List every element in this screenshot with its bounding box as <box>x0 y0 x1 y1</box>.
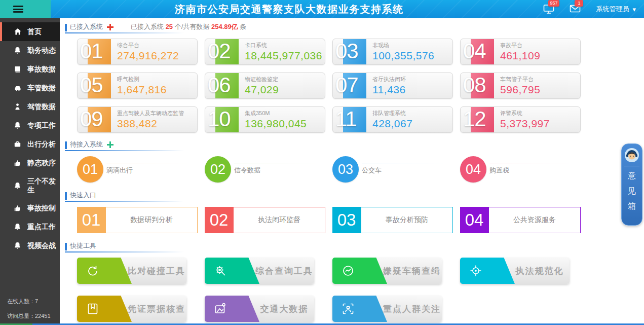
person-scan-icon <box>342 302 355 315</box>
pending-label: 购置税 <box>489 166 579 175</box>
pending-item-signaling[interactable]: 02 信令数据 <box>205 156 325 183</box>
system-card-01[interactable]: 01 综合平台 274,916,272 <box>77 39 198 65</box>
bell-icon <box>14 182 22 190</box>
system-card-05[interactable]: 05 呼气检测 1,647,816 <box>77 73 198 99</box>
sidebar-item-driver-data[interactable]: 驾管数据 <box>0 97 60 116</box>
sidebar-item-label: 首页 <box>27 27 42 36</box>
pending-item-didi[interactable]: 01 滴滴出行 <box>77 156 198 183</box>
quick-entry-data-analysis[interactable]: 01 数据研判分析 <box>77 207 198 233</box>
sidebar-item-three-no[interactable]: 三个不发生 <box>0 172 60 199</box>
sidebar-item-vehicle-data[interactable]: 车管数据 <box>0 79 60 97</box>
quick-entry-row: 01 数据研判分析 02 执法闭环监督 03 事故分析预防 04 公共资源服务 <box>77 207 644 233</box>
sidebar-item-special-work[interactable]: 专项工作 <box>0 116 60 135</box>
monitor-icon[interactable]: 957 <box>543 4 554 14</box>
sidebar-item-home[interactable]: 首页 <box>0 22 60 41</box>
pending-item-bus[interactable]: 03 公交车 <box>332 156 453 183</box>
book-icon <box>14 65 22 73</box>
system-name: 卡口系统 <box>245 42 323 49</box>
bell-icon <box>14 47 22 54</box>
bell-icon <box>14 223 22 231</box>
quick-entry-accident-prevention[interactable]: 03 事故分析预防 <box>332 207 453 233</box>
sidebar-item-label: 静态秩序 <box>27 159 56 167</box>
receipt-icon <box>86 302 99 315</box>
sidebar-item-label: 勤务动态 <box>27 46 56 55</box>
topbar: 济南市公安局交通警察支队大数据业务支持系统 957 1 系统管理员 ▾ <box>0 0 644 18</box>
system-card-06[interactable]: 06 物证检验鉴定 47,029 <box>205 73 325 99</box>
total-data-count: 254.89亿 <box>211 23 238 30</box>
quick-entry-label: 执法闭环监督 <box>233 207 325 233</box>
tool-suspect-vehicle[interactable]: 嫌疑车辆查缉 <box>332 258 442 284</box>
system-name: 事故平台 <box>500 42 578 49</box>
plus-icon[interactable] <box>107 24 113 30</box>
system-name: 呼气检测 <box>117 76 195 83</box>
tool-key-people[interactable]: 重点人群关注 <box>332 296 442 322</box>
system-name: 物证检验鉴定 <box>245 76 323 83</box>
connected-systems-grid: 01 综合平台 274,916,272 02 卡口系统 18,445,977,0… <box>77 39 644 133</box>
system-card-09[interactable]: 09 重点驾驶人及车辆动态监管 388,482 <box>77 106 198 133</box>
feedback-box-button[interactable]: 意 见 箱 <box>621 143 642 226</box>
quick-entry-label: 事故分析预防 <box>361 207 453 233</box>
pending-label: 信令数据 <box>234 166 323 175</box>
hamburger-menu-icon[interactable] <box>13 6 23 13</box>
section-header-connected: 已接入系统 <box>65 22 113 31</box>
quick-entry-public-resources[interactable]: 04 公共资源服务 <box>460 207 581 233</box>
feedback-label-char: 意 <box>628 168 636 184</box>
sidebar-item-video-campaign[interactable]: 视频会战 <box>0 236 60 255</box>
tool-compare-collision[interactable]: 比对碰撞工具 <box>77 258 186 284</box>
thumbs-up-icon <box>14 204 22 212</box>
avatar <box>624 148 639 163</box>
mail-icon[interactable]: 1 <box>570 4 581 14</box>
pending-item-purchase-tax[interactable]: 04 购置税 <box>460 156 581 183</box>
sidebar-item-accident-data[interactable]: 事故数据 <box>0 60 60 79</box>
system-value: 461,109 <box>500 50 578 62</box>
system-value: 428,067 <box>372 118 450 130</box>
section-header-quick-entry: 快速入口 <box>65 191 96 200</box>
pending-label: 公交车 <box>362 166 451 175</box>
system-name: 排队管理系统 <box>372 110 450 117</box>
person-icon <box>14 103 22 111</box>
caret-down-icon: ▾ <box>632 6 636 13</box>
system-card-02[interactable]: 02 卡口系统 18,445,977,036 <box>205 39 325 65</box>
system-card-11[interactable]: 11 排队管理系统 428,067 <box>332 106 453 133</box>
sidebar-item-accident-control[interactable]: 事故控制 <box>0 199 60 218</box>
user-menu[interactable]: 系统管理员 ▾ <box>596 5 636 14</box>
pending-systems-row: 01 滴滴出行 02 信令数据 03 公交车 04 购置税 <box>77 156 644 183</box>
tool-traffic-big-data[interactable]: 交通大数据 <box>205 296 314 322</box>
system-value: 274,916,272 <box>117 50 195 62</box>
sidebar-item-label: 出行分析 <box>27 140 56 149</box>
quick-entry-label: 公共资源服务 <box>488 207 581 233</box>
monitor-badge: 957 <box>548 0 559 7</box>
quick-entry-label: 数据研判分析 <box>105 207 198 233</box>
sidebar-item-label: 车管数据 <box>27 84 56 92</box>
quick-entry-enforcement-loop[interactable]: 02 执法闭环监督 <box>205 207 325 233</box>
pending-label: 滴滴出行 <box>106 166 196 175</box>
sidebar-item-key-work[interactable]: 重点工作 <box>0 218 60 236</box>
system-value: 47,029 <box>245 84 323 96</box>
topbar-main: 济南市公安局交通警察支队大数据业务支持系统 957 1 系统管理员 ▾ <box>51 0 644 18</box>
section-title: 已接入系统 <box>70 22 103 31</box>
system-card-08[interactable]: 08 车驾管子平台 596,795 <box>460 73 581 99</box>
online-count: 在线人数：7 <box>7 298 51 305</box>
system-card-03[interactable]: 03 非现场 100,355,576 <box>332 39 453 65</box>
sidebar-item-static-order[interactable]: 静态秩序 <box>0 154 60 172</box>
tool-voucher-check[interactable]: 凭证票据核查 <box>77 296 186 322</box>
sidebar-item-label: 重点工作 <box>27 223 56 231</box>
sidebar-item-label: 事故控制 <box>27 204 56 212</box>
tool-enforcement-standard[interactable]: 执法规范化 <box>460 258 570 284</box>
plus-icon[interactable] <box>107 141 113 148</box>
bell-icon <box>14 242 22 249</box>
topbar-teal-block <box>0 0 51 18</box>
system-card-12[interactable]: 12 评警系统 5,373,997 <box>460 106 581 133</box>
system-card-10[interactable]: 10 集成350M 136,980,045 <box>205 106 325 133</box>
sidebar-item-travel-analysis[interactable]: 出行分析 <box>0 135 60 154</box>
system-card-07[interactable]: 07 省厅执法闭环 11,436 <box>332 73 453 99</box>
sidebar-item-label: 专项工作 <box>27 121 56 130</box>
system-name: 省厅执法闭环 <box>372 76 450 83</box>
user-name: 系统管理员 <box>596 5 629 14</box>
sidebar-item-duty[interactable]: 勤务动态 <box>0 41 60 60</box>
main-content: 已接入系统 已接入系统 25 个/共有数据 254.89亿 条 01 综合平台 … <box>60 18 644 323</box>
tool-comprehensive-query[interactable]: 综合查询工具 <box>205 258 314 284</box>
system-value: 388,482 <box>117 118 195 130</box>
system-value: 100,355,576 <box>372 50 450 62</box>
system-card-04[interactable]: 04 事故平台 461,109 <box>460 39 581 65</box>
